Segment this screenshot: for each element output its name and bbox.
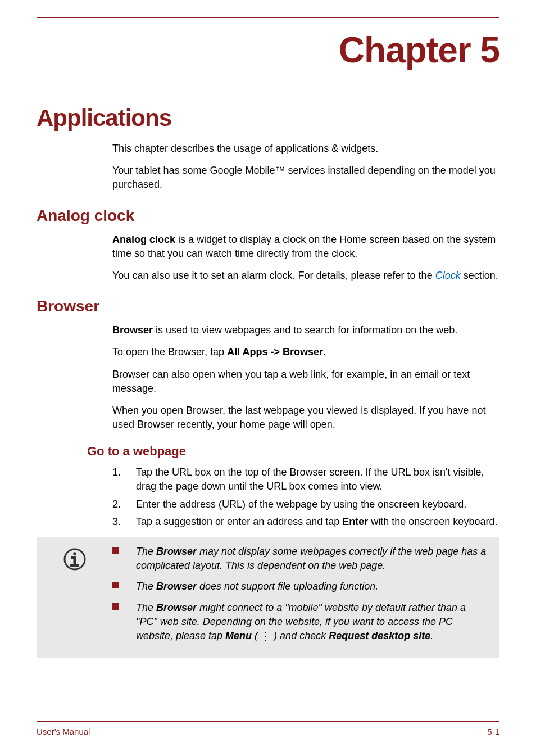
- clock-link[interactable]: Clock: [435, 270, 461, 281]
- step3-after: with the onscreen keyboard.: [368, 516, 497, 527]
- n3-after: .: [430, 630, 433, 641]
- analog-clock-p2-after: section.: [461, 270, 498, 281]
- n2-before: The: [136, 581, 156, 592]
- browser-rest-1: is used to view webpages and to search f…: [153, 324, 457, 336]
- note-item: The Browser may not display some webpage…: [112, 545, 489, 573]
- section-heading-browser: Browser: [37, 297, 499, 315]
- browser-bold-1: Browser: [112, 324, 153, 336]
- list-item: 1. Tap the URL box on the top of the Bro…: [112, 465, 499, 494]
- svg-rect-3: [73, 556, 76, 565]
- intro-paragraph-2: Your tablet has some Google Mobile™ serv…: [112, 164, 499, 192]
- note-text: The Browser does not support file upload…: [136, 580, 489, 594]
- note-content: The Browser may not display some webpage…: [112, 545, 489, 650]
- list-number: 1.: [112, 465, 136, 494]
- page-footer: User's Manual 5-1: [37, 721, 499, 736]
- chapter-title: Chapter 5: [37, 29, 499, 71]
- n1-before: The: [136, 546, 156, 557]
- browser-paragraph-1: Browser is used to view webpages and to …: [112, 323, 499, 337]
- intro-paragraph-1: This chapter describes the usage of appl…: [112, 142, 499, 156]
- go-to-webpage-list: 1. Tap the URL box on the top of the Bro…: [112, 465, 499, 529]
- n2-after: does not support file uploading function…: [197, 581, 378, 592]
- note-icon-cell: [37, 545, 112, 571]
- browser-paragraph-3: Browser can also open when you tap a web…: [112, 368, 499, 396]
- n3-bold1: Browser: [156, 602, 197, 613]
- browser-p2-before: To open the Browser, tap: [112, 346, 227, 357]
- list-text: Tap a suggestion or enter an address and…: [136, 515, 499, 529]
- note-text: The Browser might connect to a "mobile" …: [136, 601, 489, 644]
- n3-mid3: ) and check: [271, 630, 329, 641]
- list-text: Tap the URL box on the top of the Browse…: [136, 465, 499, 494]
- list-number: 3.: [112, 515, 136, 529]
- n3-bold2: Menu: [225, 630, 252, 641]
- n3-bold3: Request desktop site: [329, 630, 430, 641]
- list-number: 2.: [112, 497, 136, 511]
- page-heading-applications: Applications: [37, 105, 499, 132]
- footer-left: User's Manual: [37, 727, 90, 736]
- browser-paragraph-4: When you open Browser, the last webpage …: [112, 404, 499, 432]
- note-block: The Browser may not display some webpage…: [37, 537, 499, 658]
- n3-mid2: (: [252, 630, 261, 641]
- subsection-heading-go-to-webpage: Go to a webpage: [87, 444, 499, 459]
- step3-before: Tap a suggestion or enter an address and…: [136, 516, 342, 527]
- note-item: The Browser does not support file upload…: [112, 580, 489, 594]
- top-rule: [37, 17, 499, 18]
- info-icon: [63, 548, 86, 571]
- analog-clock-p2-before: You can also use it to set an alarm cloc…: [112, 270, 435, 281]
- list-text: Enter the address (URL) of the webpage b…: [136, 497, 499, 511]
- bullet-icon: [112, 545, 136, 573]
- svg-rect-4: [70, 564, 79, 567]
- note-item: The Browser might connect to a "mobile" …: [112, 601, 489, 644]
- section-heading-analog-clock: Analog clock: [37, 207, 499, 225]
- browser-paragraph-2: To open the Browser, tap All Apps -> Bro…: [112, 345, 499, 359]
- analog-clock-paragraph-1: Analog clock is a widget to display a cl…: [112, 233, 499, 261]
- analog-clock-bold: Analog clock: [112, 234, 175, 245]
- menu-overflow-icon: ⋮: [261, 630, 271, 644]
- note-text: The Browser may not display some webpage…: [136, 545, 489, 573]
- browser-p2-after: .: [323, 346, 326, 357]
- list-item: 3. Tap a suggestion or enter an address …: [112, 515, 499, 529]
- analog-clock-paragraph-2: You can also use it to set an alarm cloc…: [112, 269, 499, 283]
- footer-rule: [37, 721, 499, 722]
- list-item: 2. Enter the address (URL) of the webpag…: [112, 497, 499, 511]
- bullet-icon: [112, 601, 136, 644]
- browser-p2-bold: All Apps -> Browser: [227, 346, 323, 357]
- footer-right: 5-1: [487, 727, 499, 736]
- n2-bold: Browser: [156, 581, 197, 592]
- svg-point-1: [73, 552, 76, 555]
- n1-bold: Browser: [156, 546, 197, 557]
- bullet-icon: [112, 580, 136, 594]
- n3-before: The: [136, 602, 156, 613]
- step3-bold: Enter: [342, 516, 368, 527]
